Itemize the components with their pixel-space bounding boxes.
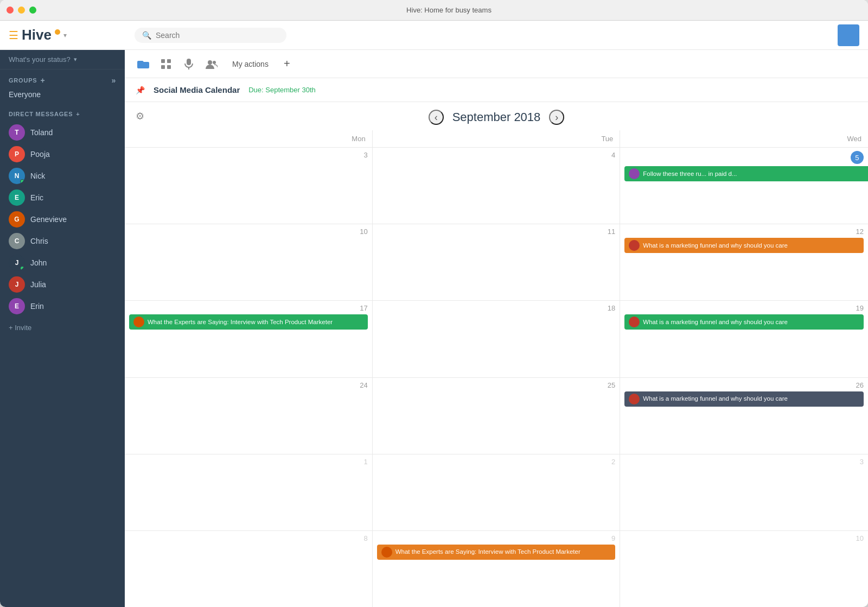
hamburger-icon[interactable]: ☰ bbox=[9, 29, 18, 42]
cal-event-26-1[interactable]: What is a marketing funnel and why shoul… bbox=[624, 391, 864, 407]
cal-cell-3[interactable]: 3 bbox=[125, 148, 373, 224]
cal-cell-oct-2[interactable]: 2 bbox=[373, 454, 621, 530]
cal-cell-19[interactable]: 19 What is a marketing funnel and why sh… bbox=[620, 301, 868, 377]
dm-item-erin[interactable]: E Erin bbox=[0, 295, 125, 317]
dm-item-chris[interactable]: C Chris bbox=[0, 230, 125, 252]
calendar-settings-icon[interactable]: ⚙ bbox=[136, 110, 144, 122]
svg-rect-4 bbox=[187, 59, 191, 65]
dm-section: DIRECT MESSAGES + T Toland P Pooja bbox=[0, 102, 125, 319]
toolbar-grid-icon[interactable] bbox=[156, 54, 176, 74]
calendar-month-year: September 2018 bbox=[452, 110, 541, 124]
dm-item-john[interactable]: J John bbox=[0, 252, 125, 274]
calendar-next-button[interactable]: › bbox=[549, 110, 564, 125]
dm-item-pooja[interactable]: P Pooja bbox=[0, 143, 125, 165]
dm-item-nick[interactable]: N Nick bbox=[0, 165, 125, 187]
top-header: ☰ Hive ▾ 🔍 bbox=[0, 21, 868, 50]
avatar-pooja: P bbox=[9, 146, 25, 162]
cal-date-oct-3: 3 bbox=[624, 458, 864, 466]
close-button[interactable] bbox=[7, 7, 14, 14]
app-window: Hive: Home for busy teams ☰ Hive ▾ 🔍 Wha… bbox=[0, 0, 868, 607]
dm-item-genevieve[interactable]: G Genevieve bbox=[0, 208, 125, 230]
minimize-button[interactable] bbox=[18, 7, 25, 14]
cal-date-oct-10: 10 bbox=[624, 534, 864, 542]
sidebar-item-everyone[interactable]: Everyone bbox=[0, 87, 125, 102]
cal-cell-oct-10[interactable]: 10 bbox=[620, 531, 868, 607]
cal-event-19-1[interactable]: What is a marketing funnel and why shoul… bbox=[624, 314, 864, 330]
svg-rect-0 bbox=[161, 59, 165, 63]
groups-section: GROUPS + » bbox=[0, 69, 125, 87]
avatar-erin: E bbox=[9, 298, 25, 314]
svg-point-7 bbox=[213, 61, 216, 64]
groups-section-title: GROUPS + » bbox=[9, 76, 116, 85]
add-tab-button[interactable]: + bbox=[279, 56, 295, 72]
calendar-week-3: 17 What the Experts are Saying: Intervie… bbox=[125, 301, 868, 377]
logo-caret[interactable]: ▾ bbox=[63, 31, 67, 39]
cal-cell-oct-1[interactable]: 1 bbox=[125, 454, 373, 530]
cal-cell-oct-3[interactable]: 3 bbox=[620, 454, 868, 530]
calendar-header-row: Mon Tue Wed bbox=[125, 130, 868, 148]
cal-cell-24[interactable]: 24 bbox=[125, 378, 373, 454]
avatar-julia: J bbox=[9, 276, 25, 293]
calendar-wrapper: ⚙ ‹ September 2018 › Mon Tue Wed bbox=[125, 102, 868, 607]
event-text-17-1: What the Experts are Saying: Interview w… bbox=[148, 318, 363, 326]
user-avatar-corner[interactable] bbox=[838, 24, 859, 46]
avatar-eric: E bbox=[9, 189, 25, 206]
cal-event-5-1[interactable]: Follow these three ru... in paid d... bbox=[624, 166, 868, 181]
dm-name-toland: Toland bbox=[30, 128, 53, 137]
groups-add-button[interactable]: + bbox=[40, 76, 45, 85]
my-actions-button[interactable]: My actions bbox=[225, 56, 276, 72]
cal-event-12-1[interactable]: What is a marketing funnel and why shoul… bbox=[624, 238, 864, 253]
groups-expand-icon[interactable]: » bbox=[111, 76, 116, 85]
status-caret: ▾ bbox=[74, 56, 77, 63]
invite-button[interactable]: + Invite bbox=[0, 319, 125, 336]
dm-item-eric[interactable]: E Eric bbox=[0, 187, 125, 208]
event-text-12-1: What is a marketing funnel and why shoul… bbox=[643, 242, 859, 250]
cal-date-26: 26 bbox=[624, 381, 864, 389]
cal-event-17-1[interactable]: What the Experts are Saying: Interview w… bbox=[129, 314, 368, 330]
dm-item-toland[interactable]: T Toland bbox=[0, 122, 125, 143]
avatar-genevieve: G bbox=[9, 211, 25, 227]
cal-cell-26[interactable]: 26 What is a marketing funnel and why sh… bbox=[620, 378, 868, 454]
cal-cell-oct-9[interactable]: 9 What the Experts are Saying: Interview… bbox=[373, 531, 621, 607]
dm-name-john: John bbox=[30, 258, 47, 267]
dm-item-julia[interactable]: J Julia bbox=[0, 274, 125, 295]
cal-cell-5[interactable]: 5 Follow these three ru... in paid d... bbox=[620, 148, 868, 224]
calendar-nav: ⚙ ‹ September 2018 › bbox=[125, 102, 868, 130]
toolbar-folder-icon[interactable] bbox=[133, 54, 153, 74]
fullscreen-button[interactable] bbox=[29, 7, 36, 14]
cal-cell-10[interactable]: 10 bbox=[125, 224, 373, 300]
cal-cell-17[interactable]: 17 What the Experts are Saying: Intervie… bbox=[125, 301, 373, 377]
event-text-26-1: What is a marketing funnel and why shoul… bbox=[643, 395, 859, 403]
cal-cell-11[interactable]: 11 bbox=[373, 224, 621, 300]
calendar-week-4: 24 25 26 What is a marketing funnel bbox=[125, 378, 868, 454]
pin-icon: 📌 bbox=[136, 86, 145, 94]
main-layout: What's your status? ▾ GROUPS + » Everyon… bbox=[0, 50, 868, 607]
cal-cell-oct-8[interactable]: 8 bbox=[125, 531, 373, 607]
cal-cell-25[interactable]: 25 bbox=[373, 378, 621, 454]
search-input[interactable] bbox=[156, 31, 264, 40]
content-area: My actions + 📌 Social Media Calendar Due… bbox=[125, 50, 868, 607]
cal-cell-4[interactable]: 4 bbox=[373, 148, 621, 224]
traffic-lights bbox=[7, 7, 36, 14]
cal-date-19: 19 bbox=[624, 304, 864, 312]
event-text-19-1: What is a marketing funnel and why shoul… bbox=[643, 318, 859, 326]
cal-date-18: 18 bbox=[377, 304, 616, 312]
toolbar-users-icon[interactable] bbox=[202, 54, 221, 74]
event-text-oct-9-1: What the Experts are Saying: Interview w… bbox=[395, 548, 611, 556]
cal-cell-18[interactable]: 18 bbox=[373, 301, 621, 377]
cal-date-5: 5 bbox=[851, 151, 864, 164]
calendar-prev-button[interactable]: ‹ bbox=[429, 110, 444, 125]
cal-date-24: 24 bbox=[129, 381, 368, 389]
dm-add-button[interactable]: + bbox=[76, 111, 80, 117]
toolbar-mic-icon[interactable] bbox=[179, 54, 199, 74]
cal-event-oct-9-1[interactable]: What the Experts are Saying: Interview w… bbox=[377, 545, 616, 560]
status-bar[interactable]: What's your status? ▾ bbox=[0, 50, 125, 69]
cal-cell-12[interactable]: 12 What is a marketing funnel and why sh… bbox=[620, 224, 868, 300]
logo-text: Hive bbox=[22, 27, 52, 43]
calendar-week-2: 10 11 12 What is a marketing funnel bbox=[125, 224, 868, 301]
svg-rect-3 bbox=[167, 65, 171, 69]
event-avatar-5-1 bbox=[629, 168, 640, 179]
search-bar[interactable]: 🔍 bbox=[135, 28, 286, 43]
groups-label: GROUPS bbox=[9, 77, 37, 84]
app-body: ☰ Hive ▾ 🔍 What's your status? ▾ bbox=[0, 21, 868, 607]
